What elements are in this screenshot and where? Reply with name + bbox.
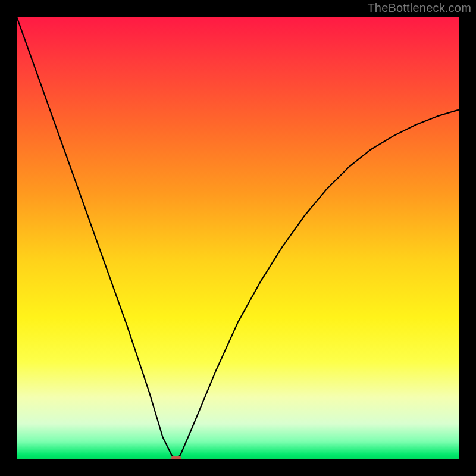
optimal-marker (171, 456, 181, 459)
chart-frame: TheBottleneck.com (0, 0, 476, 476)
plot-area (17, 17, 459, 459)
watermark-text: TheBottleneck.com (367, 1, 471, 15)
bottleneck-curve (17, 17, 459, 459)
